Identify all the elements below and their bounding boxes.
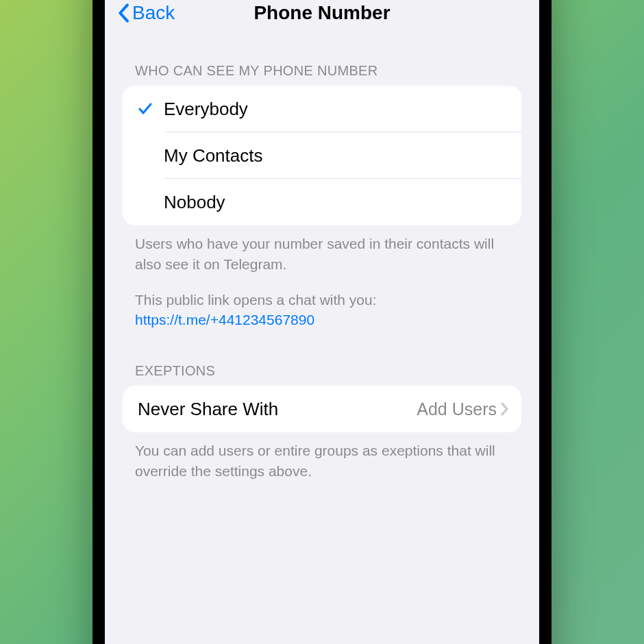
- page-title: Phone Number: [117, 2, 527, 24]
- exceptions-footer: You can add users or entire groups as ex…: [123, 432, 521, 482]
- option-label: My Contacts: [164, 145, 263, 166]
- visibility-group: Everybody My Contacts Nobody: [123, 86, 521, 225]
- back-label: Back: [132, 2, 175, 24]
- option-label: Everybody: [164, 99, 248, 120]
- visibility-header: WHO CAN SEE MY PHONE NUMBER: [123, 53, 521, 86]
- public-link[interactable]: https://t.me/+441234567890: [135, 312, 314, 327]
- footer-text-1: Users who have your number saved in thei…: [135, 236, 494, 272]
- never-share-label: Never Share With: [138, 399, 278, 420]
- chevron-right-icon: [501, 402, 509, 416]
- option-label: Nobody: [164, 192, 225, 213]
- footer-text-2: This public link opens a chat with you:: [135, 292, 377, 308]
- option-everybody[interactable]: Everybody: [123, 86, 521, 132]
- never-share-row[interactable]: Never Share With Add Users: [123, 386, 521, 432]
- option-my-contacts[interactable]: My Contacts: [123, 132, 521, 179]
- visibility-footer: Users who have your number saved in thei…: [123, 225, 521, 330]
- phone-frame: 9:41 Back Phone Number WHO CAN SEE MY PH…: [92, 0, 552, 644]
- never-share-value: Add Users: [417, 399, 497, 419]
- back-button[interactable]: Back: [117, 2, 175, 24]
- screen: 9:41 Back Phone Number WHO CAN SEE MY PH…: [105, 0, 539, 644]
- exceptions-group: Never Share With Add Users: [123, 386, 521, 432]
- exceptions-header: EXEPTIONS: [123, 354, 521, 386]
- option-nobody[interactable]: Nobody: [123, 179, 521, 225]
- checkmark-icon: [136, 100, 154, 118]
- nav-bar: Back Phone Number: [105, 0, 539, 37]
- chevron-left-icon: [117, 3, 129, 23]
